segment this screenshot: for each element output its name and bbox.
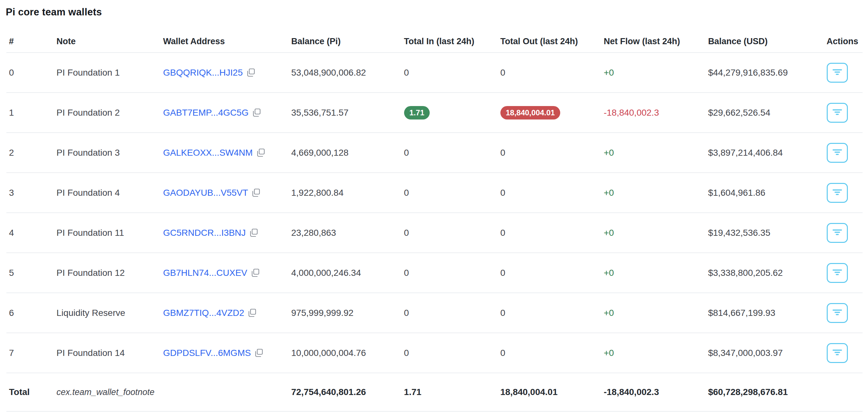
table-header-row: # Note Wallet Address Balance (Pi) Total…	[6, 31, 863, 53]
wallet-note: PI Foundation 4	[54, 173, 161, 213]
wallet-note: PI Foundation 2	[54, 92, 161, 133]
copy-icon[interactable]	[254, 348, 264, 358]
row-actions-button[interactable]	[827, 223, 848, 243]
net-flow: +0	[601, 213, 706, 253]
balance-usd: $3,338,800,205.62	[706, 253, 824, 293]
wallet-note: Liquidity Reserve	[54, 293, 161, 333]
total-balance-usd: $60,728,298,676.81	[706, 373, 824, 411]
total-footnote: cex.team_wallet_footnote	[54, 373, 161, 411]
copy-icon[interactable]	[249, 228, 258, 238]
balance-pi: 4,000,000,246.34	[288, 253, 401, 293]
net-flow: +0	[601, 333, 706, 373]
filter-icon	[832, 188, 842, 197]
table-row: 0 PI Foundation 1 GBQQRIQK...HJI25 53,04…	[6, 53, 863, 92]
row-index: 4	[6, 213, 54, 253]
row-index: 6	[6, 293, 54, 333]
row-actions-button[interactable]	[827, 63, 848, 83]
row-index: 1	[6, 92, 54, 133]
total-in: 0	[402, 253, 498, 293]
filter-icon	[832, 348, 842, 358]
column-header-net-flow: Net Flow (last 24h)	[601, 31, 706, 53]
table-row: 7 PI Foundation 14 GDPDSLFV...6MGMS 10,0…	[6, 333, 863, 373]
table-total-row: Total cex.team_wallet_footnote 72,754,64…	[6, 373, 863, 411]
table-row: 2 PI Foundation 3 GALKEOXX...SW4NM 4,669…	[6, 133, 863, 173]
net-flow: -18,840,002.3	[601, 92, 706, 133]
balance-usd: $44,279,916,835.69	[706, 53, 824, 92]
total-in: 0	[402, 133, 498, 173]
row-actions-button[interactable]	[827, 263, 848, 283]
total-total-out: 18,840,004.01	[498, 373, 601, 411]
wallet-address-link[interactable]: GBQQRIQK...HJI25	[163, 67, 243, 78]
total-out: 0	[498, 53, 601, 92]
row-actions-button[interactable]	[827, 303, 848, 323]
copy-icon[interactable]	[252, 108, 261, 118]
balance-usd: $3,897,214,406.84	[706, 133, 824, 173]
total-out: 0	[498, 133, 601, 173]
copy-icon[interactable]	[247, 308, 257, 318]
column-header-note: Note	[54, 31, 161, 53]
filter-icon	[832, 268, 842, 277]
balance-pi: 10,000,000,004.76	[288, 333, 401, 373]
total-balance-pi: 72,754,640,801.26	[288, 373, 401, 411]
balance-pi: 53,048,900,006.82	[288, 53, 401, 92]
wallet-address-link[interactable]: GB7HLN74...CUXEV	[163, 268, 247, 278]
balance-usd: $8,347,000,003.97	[706, 333, 824, 373]
balance-pi: 975,999,999.92	[288, 293, 401, 333]
wallet-note: PI Foundation 11	[54, 213, 161, 253]
total-out: 0	[498, 213, 601, 253]
row-actions-button[interactable]	[827, 343, 848, 363]
row-actions-button[interactable]	[827, 143, 848, 163]
column-header-balance-pi: Balance (Pi)	[288, 31, 401, 53]
wallet-address-link[interactable]: GC5RNDCR...I3BNJ	[163, 228, 246, 238]
table-row: 5 PI Foundation 12 GB7HLN74...CUXEV 4,00…	[6, 253, 863, 293]
net-flow: +0	[601, 53, 706, 92]
table-row: 4 PI Foundation 11 GC5RNDCR...I3BNJ 23,2…	[6, 213, 863, 253]
wallet-address-link[interactable]: GDPDSLFV...6MGMS	[163, 348, 251, 358]
copy-icon[interactable]	[250, 268, 260, 278]
row-index: 7	[6, 333, 54, 373]
balance-usd: $814,667,199.93	[706, 293, 824, 333]
balance-pi: 4,669,000,128	[288, 133, 401, 173]
net-flow: +0	[601, 293, 706, 333]
column-header-total-in: Total In (last 24h)	[402, 31, 498, 53]
wallet-note: PI Foundation 14	[54, 333, 161, 373]
net-flow: +0	[601, 173, 706, 213]
balance-pi: 35,536,751.57	[288, 92, 401, 133]
table-row: 6 Liquidity Reserve GBMZ7TIQ...4VZD2 975…	[6, 293, 863, 333]
filter-icon	[832, 108, 842, 117]
total-in: 0	[402, 53, 498, 92]
column-header-index: #	[6, 31, 54, 53]
row-index: 5	[6, 253, 54, 293]
balance-usd: $1,604,961.86	[706, 173, 824, 213]
net-flow: +0	[601, 253, 706, 293]
wallet-address-link[interactable]: GABT7EMP...4GC5G	[163, 108, 249, 118]
column-header-wallet-address: Wallet Address	[161, 31, 288, 53]
copy-icon[interactable]	[246, 68, 256, 78]
total-out: 0	[498, 293, 601, 333]
table-row: 3 PI Foundation 4 GAODAYUB...V55VT 1,922…	[6, 173, 863, 213]
total-in: 0	[402, 333, 498, 373]
balance-usd: $19,432,536.35	[706, 213, 824, 253]
column-header-balance-usd: Balance (USD)	[706, 31, 824, 53]
page-title: Pi core team wallets	[0, 0, 868, 18]
total-total-in: 1.71	[402, 373, 498, 411]
copy-icon[interactable]	[256, 148, 266, 158]
total-in: 0	[402, 213, 498, 253]
row-index: 0	[6, 53, 54, 92]
filter-icon	[832, 228, 842, 237]
total-out: 0	[498, 253, 601, 293]
column-header-actions: Actions	[824, 31, 863, 53]
filter-icon	[832, 148, 842, 157]
wallet-note: PI Foundation 3	[54, 133, 161, 173]
row-actions-button[interactable]	[827, 183, 848, 203]
balance-pi: 23,280,863	[288, 213, 401, 253]
row-actions-button[interactable]	[827, 103, 848, 123]
copy-icon[interactable]	[251, 188, 261, 198]
filter-icon	[832, 308, 842, 317]
total-out-badge: 18,840,004.01	[500, 106, 560, 119]
filter-icon	[832, 68, 842, 77]
wallet-note: PI Foundation 1	[54, 53, 161, 92]
wallet-address-link[interactable]: GBMZ7TIQ...4VZD2	[163, 308, 244, 318]
wallet-address-link[interactable]: GALKEOXX...SW4NM	[163, 148, 253, 158]
wallet-address-link[interactable]: GAODAYUB...V55VT	[163, 188, 248, 198]
